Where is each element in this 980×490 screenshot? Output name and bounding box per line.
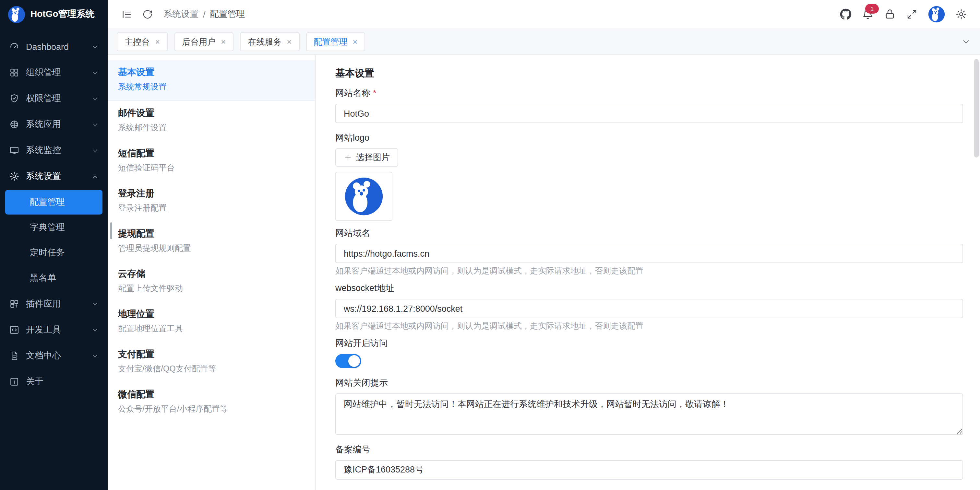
settings-item-wechat[interactable]: 微信配置 公众号/开放平台/小程序配置等: [108, 382, 315, 423]
chevron-down-icon: [91, 326, 99, 333]
site-access-toggle[interactable]: [335, 354, 361, 368]
icp-label: 备案编号: [335, 444, 370, 456]
code-box-icon: [9, 325, 19, 335]
sidebar-item-system-monitor[interactable]: 系统监控: [0, 137, 108, 163]
sidebar-item-dev-tools[interactable]: 开发工具: [0, 317, 108, 343]
globe-icon: [9, 119, 19, 130]
chevron-down-icon: [91, 121, 99, 128]
form-title: 基本设置: [335, 67, 963, 80]
chevron-down-icon: [91, 69, 99, 76]
tab-online-service[interactable]: 在线服务 ×: [240, 32, 299, 51]
field-close-tip: 网站关闭提示 网站维护中，暂时无法访问！本网站正在进行系统维护和技术升级，网站暂…: [335, 377, 963, 435]
breadcrumb-current[interactable]: 配置管理: [210, 8, 245, 20]
site-logo-label: 网站logo: [335, 132, 369, 144]
sidebar-item-system-apps[interactable]: 系统应用: [0, 111, 108, 137]
chevron-up-icon: [91, 173, 99, 180]
sidebar-item-blacklist[interactable]: 黑名单: [0, 266, 108, 290]
settings-item-login-register[interactable]: 登录注册 登录注册配置: [108, 181, 315, 222]
sidebar-item-config-manage[interactable]: 配置管理: [5, 190, 102, 214]
required-asterisk: *: [373, 87, 377, 99]
websocket-input[interactable]: [335, 299, 963, 318]
page-tabs-bar: 主控台 × 后台用户 × 在线服务 × 配置管理 ×: [108, 29, 980, 55]
choose-image-button[interactable]: 选择图片: [335, 148, 398, 167]
close-icon[interactable]: ×: [155, 38, 160, 46]
close-icon[interactable]: ×: [287, 38, 291, 46]
info-box-icon: [9, 377, 19, 387]
notifications-bell-icon[interactable]: 1: [862, 8, 873, 20]
site-domain-input[interactable]: [335, 244, 963, 263]
field-site-access: 网站开启访问: [335, 338, 963, 368]
sidebar-item-dict-manage[interactable]: 字典管理: [0, 215, 108, 240]
site-name-input[interactable]: [335, 104, 963, 123]
tab-console[interactable]: 主控台 ×: [117, 32, 168, 51]
refresh-icon[interactable]: [137, 5, 157, 24]
top-header: 系统设置 / 配置管理 1: [108, 0, 980, 29]
app-logo[interactable]: HotGo管理系统: [0, 0, 108, 29]
copyright-label: 版权所有: [335, 489, 370, 490]
field-icp: 备案编号: [335, 444, 963, 480]
settings-item-email[interactable]: 邮件设置 系统邮件设置: [108, 101, 315, 141]
close-icon[interactable]: ×: [221, 38, 226, 46]
site-name-label: 网站名称: [335, 87, 370, 99]
collapse-sidebar-icon[interactable]: [117, 5, 136, 24]
sidebar-item-org-manage[interactable]: 组织管理: [0, 60, 108, 86]
document-icon: [9, 350, 19, 361]
sidebar-menu: Dashboard 组织管理 权限管理 系统应用 系统监控: [0, 29, 108, 395]
settings-item-sms[interactable]: 短信配置 短信验证码平台: [108, 141, 315, 181]
breadcrumb-parent[interactable]: 系统设置: [164, 8, 199, 20]
header-actions: 1: [840, 6, 971, 23]
site-access-label: 网站开启访问: [335, 338, 388, 349]
shield-check-icon: [9, 94, 19, 104]
site-logo-preview[interactable]: [335, 172, 392, 221]
sidebar-item-cron-tasks[interactable]: 定时任务: [0, 241, 108, 265]
fullscreen-icon[interactable]: [906, 8, 918, 20]
page-scrollbar-thumb[interactable]: [974, 59, 979, 157]
breadcrumb: 系统设置 / 配置管理: [164, 8, 245, 20]
sidebar-item-system-settings[interactable]: 系统设置: [0, 163, 108, 189]
tab-admin-users[interactable]: 后台用户 ×: [174, 32, 234, 51]
icp-input[interactable]: [335, 460, 963, 480]
settings-list-scrollbar-thumb[interactable]: [110, 222, 112, 239]
field-copyright: 版权所有: [335, 489, 963, 490]
user-avatar[interactable]: [928, 6, 945, 23]
breadcrumb-separator: /: [203, 10, 205, 19]
sidebar-item-permission[interactable]: 权限管理: [0, 86, 108, 111]
field-site-name: 网站名称 *: [335, 87, 963, 123]
close-icon[interactable]: ×: [353, 38, 358, 46]
basic-settings-form: 基本设置 网站名称 * 网站logo 选择图片: [316, 55, 980, 490]
sidebar-item-doc-center[interactable]: 文档中心: [0, 343, 108, 369]
settings-item-geo[interactable]: 地理位置 配置地理位置工具: [108, 302, 315, 342]
websocket-help: 如果客户端通过本地或内网访问，则认为是调试模式，走实际请求地址，否则走该配置: [335, 322, 963, 331]
settings-item-withdraw[interactable]: 提现配置 管理员提现规则配置: [108, 222, 315, 262]
sidebar-item-plugin-apps[interactable]: 插件应用: [0, 291, 108, 317]
app-logo-icon: [8, 5, 25, 23]
sidebar-item-dashboard[interactable]: Dashboard: [0, 34, 108, 60]
settings-item-payment[interactable]: 支付配置 支付宝/微信/QQ支付配置等: [108, 342, 315, 382]
site-domain-help: 如果客户端通过本地或内网访问，则认为是调试模式，走实际请求地址，否则走该配置: [335, 266, 963, 276]
app-title: HotGo管理系统: [30, 8, 95, 20]
toggle-knob: [348, 355, 360, 367]
content-area: 基本设置 系统常规设置 邮件设置 系统邮件设置 短信配置 短信验证码平台 登录注…: [108, 55, 980, 490]
chevron-down-icon: [91, 43, 99, 50]
monitor-icon: [9, 145, 19, 155]
lock-screen-icon[interactable]: [884, 8, 896, 20]
close-tip-label: 网站关闭提示: [335, 377, 388, 389]
tab-config-manage[interactable]: 配置管理 ×: [306, 32, 366, 51]
settings-gear-icon[interactable]: [955, 8, 967, 20]
close-tip-textarea[interactable]: 网站维护中，暂时无法访问！本网站正在进行系统维护和技术升级，网站暂时无法访问，敬…: [335, 393, 963, 435]
chevron-down-icon: [91, 95, 99, 102]
app-root: HotGo管理系统 Dashboard 组织管理 权限管理 系统应用: [0, 0, 980, 490]
notification-badge: 1: [865, 4, 879, 14]
dashboard-icon: [9, 41, 19, 52]
settings-item-basic[interactable]: 基本设置 系统常规设置: [108, 60, 315, 101]
main-area: 系统设置 / 配置管理 1 主控台 ×: [108, 0, 980, 490]
settings-item-cloud-storage[interactable]: 云存储 配置上传文件驱动: [108, 262, 315, 302]
plus-icon: [344, 153, 352, 162]
chevron-down-icon: [91, 147, 99, 154]
chevron-down-icon: [91, 352, 99, 359]
org-grid-icon: [9, 67, 19, 78]
chevron-down-icon: [91, 300, 99, 308]
tabs-dropdown-chevron-icon[interactable]: [961, 37, 971, 47]
github-icon[interactable]: [840, 8, 851, 20]
sidebar-item-about[interactable]: 关于: [0, 369, 108, 395]
